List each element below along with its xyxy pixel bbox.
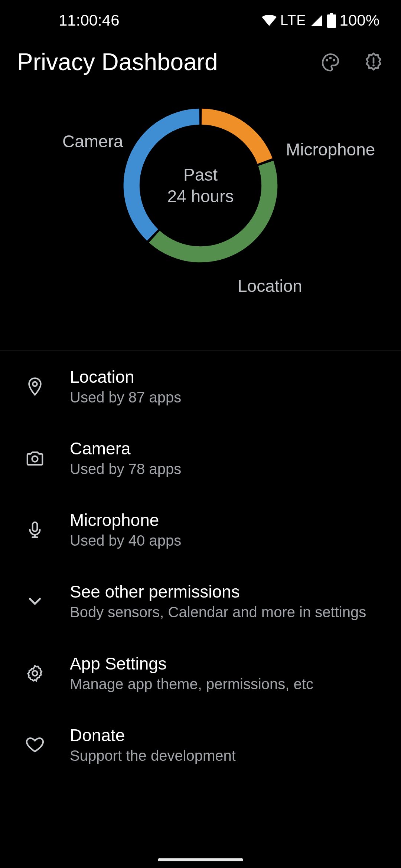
donut-center-line1: Past	[183, 165, 218, 185]
location-pin-icon	[0, 377, 70, 397]
list-item-title: Camera	[70, 438, 386, 458]
donut-center-line2: 24 hours	[167, 186, 234, 206]
new-release-icon[interactable]	[363, 52, 384, 72]
list-item-microphone[interactable]: Microphone Used by 40 apps	[0, 494, 401, 565]
list-item-camera[interactable]: Camera Used by 78 apps	[0, 422, 401, 494]
svg-point-1	[329, 57, 332, 59]
app-bar-actions	[320, 52, 384, 72]
svg-point-0	[326, 59, 328, 62]
network-lte-label: LTE	[280, 13, 306, 29]
permissions-list: Location Used by 87 apps Camera Used by …	[0, 351, 401, 780]
svg-point-10	[32, 671, 38, 676]
status-right: LTE 100%	[262, 11, 379, 29]
palette-icon[interactable]	[320, 52, 341, 72]
svg-point-5	[33, 382, 37, 386]
svg-rect-7	[33, 522, 38, 531]
list-item-title: Location	[70, 367, 386, 387]
chevron-down-icon	[0, 591, 70, 611]
camera-icon	[0, 448, 70, 468]
list-item-location[interactable]: Location Used by 87 apps	[0, 351, 401, 422]
status-bar: 11:00:46 LTE 100%	[0, 0, 401, 41]
list-item-subtitle: Manage app theme, permissions, etc	[70, 676, 386, 693]
list-item-donate[interactable]: Donate Support the development	[0, 709, 401, 780]
heart-icon	[0, 735, 70, 755]
list-item-title: Microphone	[70, 510, 386, 530]
list-item-subtitle: Used by 78 apps	[70, 461, 386, 477]
list-item-subtitle: Used by 87 apps	[70, 389, 386, 406]
list-item-other-permissions[interactable]: See other permissions Body sensors, Cale…	[0, 565, 401, 637]
donut-center-label: Past 24 hours	[120, 105, 281, 266]
chart-label-location: Location	[238, 276, 302, 296]
svg-point-6	[32, 456, 38, 461]
gear-icon	[0, 663, 70, 683]
svg-point-4	[372, 65, 375, 67]
list-item-subtitle: Used by 40 apps	[70, 532, 386, 549]
list-item-title: See other permissions	[70, 582, 386, 602]
svg-point-2	[333, 59, 335, 62]
usage-donut-chart: Past 24 hours Camera Microphone Location	[0, 91, 401, 350]
navigation-home-indicator[interactable]	[158, 858, 243, 861]
list-item-title: App Settings	[70, 654, 386, 674]
chart-label-camera: Camera	[62, 131, 123, 151]
app-bar: Privacy Dashboard	[0, 41, 401, 91]
battery-icon	[327, 13, 336, 28]
list-item-subtitle: Support the development	[70, 747, 386, 764]
list-item-subtitle: Body sensors, Calendar and more in setti…	[70, 604, 386, 621]
page-title: Privacy Dashboard	[17, 48, 320, 76]
list-item-app-settings[interactable]: App Settings Manage app theme, permissio…	[0, 637, 401, 709]
chart-label-microphone: Microphone	[286, 139, 375, 160]
microphone-icon	[0, 520, 70, 540]
wifi-icon	[262, 14, 277, 26]
cellular-signal-icon	[310, 14, 323, 27]
battery-percentage: 100%	[340, 11, 379, 29]
list-item-title: Donate	[70, 725, 386, 745]
status-time: 11:00:46	[59, 11, 120, 29]
